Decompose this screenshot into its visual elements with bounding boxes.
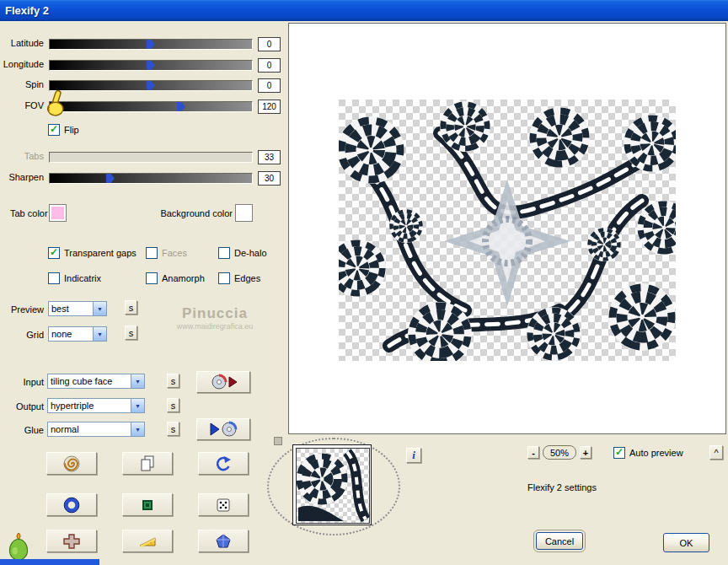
auto-preview-checkbox-box[interactable]: ✓ xyxy=(613,447,625,459)
flip-checkbox-box[interactable]: ✓ xyxy=(48,124,60,136)
chevron-down-icon: ▼ xyxy=(135,379,141,385)
hand-cursor-icon xyxy=(44,89,69,118)
preview-dropdown-value: best xyxy=(49,302,93,315)
preview-dropdown-label: Preview xyxy=(5,304,44,315)
fov-slider[interactable] xyxy=(49,101,253,112)
preview-dropdown-button[interactable]: ▼ xyxy=(93,302,106,315)
transparent-gaps-checkbox[interactable]: ✓ Transparent gaps xyxy=(48,247,136,259)
glue-s-button[interactable]: s xyxy=(167,422,179,436)
anamorph-checkbox[interactable]: Anamorph xyxy=(146,272,205,284)
indicatrix-checkbox[interactable]: Indicatrix xyxy=(48,272,101,284)
chevron-down-icon: ▼ xyxy=(97,306,103,312)
spin-row: Spin 0 xyxy=(0,77,286,94)
gem-button[interactable] xyxy=(198,530,249,552)
faces-checkbox: Faces xyxy=(146,247,187,259)
latitude-slider[interactable] xyxy=(49,39,253,50)
check-icon: ✓ xyxy=(50,248,58,256)
zoom-out-button[interactable]: - xyxy=(527,446,539,459)
output-dropdown-label: Output xyxy=(5,401,44,412)
load-settings-button[interactable] xyxy=(196,371,250,393)
info-button[interactable]: i xyxy=(406,448,421,463)
spin-slider-thumb[interactable] xyxy=(147,81,155,90)
preview-s-button[interactable]: s xyxy=(125,300,137,315)
play-disc-icon xyxy=(206,421,240,438)
input-s-button[interactable]: s xyxy=(167,374,179,388)
preview-dropdown[interactable]: best ▼ xyxy=(48,301,107,316)
zoom-level-button[interactable]: 50% xyxy=(543,445,576,460)
input-dropdown-button[interactable]: ▼ xyxy=(131,374,144,388)
square-button[interactable] xyxy=(122,493,173,516)
tab-color-swatch[interactable] xyxy=(49,204,67,222)
grid-dropdown[interactable]: none ▼ xyxy=(48,326,107,342)
auto-preview-checkbox[interactable]: ✓ Auto preview xyxy=(613,447,683,459)
grid-dropdown-button[interactable]: ▼ xyxy=(93,327,106,341)
grid-dropdown-label: Grid xyxy=(5,330,44,340)
spiral-button[interactable] xyxy=(46,452,97,475)
spin-slider[interactable] xyxy=(49,80,253,91)
dehalo-checkbox-box[interactable] xyxy=(218,247,230,259)
latitude-value[interactable]: 0 xyxy=(258,37,281,51)
glue-dropdown[interactable]: normal ▼ xyxy=(47,422,145,437)
copy-button[interactable] xyxy=(122,452,173,475)
sharpen-slider-thumb[interactable] xyxy=(106,174,115,183)
grid-s-button[interactable]: s xyxy=(125,326,137,340)
input-dropdown[interactable]: tiling cube face ▼ xyxy=(47,374,145,389)
dice-icon xyxy=(213,496,233,514)
tabs-value: 33 xyxy=(258,150,281,164)
fov-value[interactable]: 120 xyxy=(258,100,281,114)
input-dropdown-label: Input xyxy=(5,377,44,387)
edges-checkbox-box[interactable] xyxy=(218,272,230,284)
output-dropdown[interactable]: hypertriple ▼ xyxy=(47,398,145,413)
edges-checkbox[interactable]: Edges xyxy=(218,272,260,284)
anamorph-label: Anamorph xyxy=(162,273,205,283)
latitude-slider-thumb[interactable] xyxy=(147,40,155,49)
cross-button[interactable] xyxy=(46,530,97,552)
longitude-slider-thumb[interactable] xyxy=(147,61,155,70)
ring-icon xyxy=(62,496,82,514)
fov-slider-thumb[interactable] xyxy=(177,102,185,111)
sharpen-slider[interactable] xyxy=(49,173,253,184)
spin-value[interactable]: 0 xyxy=(258,78,281,93)
preview-image xyxy=(339,100,676,361)
longitude-label: Longitude xyxy=(0,59,44,69)
glue-dropdown-button[interactable]: ▼ xyxy=(131,422,144,436)
collapse-button[interactable]: ^ xyxy=(709,445,723,460)
watermark-url: www.maidiregrafica.eu xyxy=(158,322,271,331)
latitude-label: Latitude xyxy=(0,38,44,48)
ok-button[interactable]: OK xyxy=(663,533,709,552)
titlebar[interactable]: Flexify 2 xyxy=(0,0,728,21)
undo-button[interactable] xyxy=(198,452,249,475)
fov-label: FOV xyxy=(0,100,44,110)
settings-thumbnail[interactable] xyxy=(292,444,372,525)
copy-icon xyxy=(137,455,158,473)
cheese-icon xyxy=(137,532,158,551)
cheese-button[interactable] xyxy=(122,530,173,552)
zoom-in-button[interactable]: + xyxy=(580,446,592,459)
random-dice-button[interactable] xyxy=(198,493,249,516)
longitude-slider[interactable] xyxy=(49,60,253,71)
auto-preview-label: Auto preview xyxy=(629,448,683,458)
spiral-icon xyxy=(62,455,82,473)
sharpen-row: Sharpen 30 xyxy=(0,170,286,186)
check-icon: ✓ xyxy=(615,448,624,456)
output-s-button[interactable]: s xyxy=(167,398,179,412)
indicatrix-checkbox-box[interactable] xyxy=(48,272,60,284)
anamorph-checkbox-box[interactable] xyxy=(146,272,158,284)
chevron-down-icon: ▼ xyxy=(97,331,103,337)
cancel-button[interactable]: Cancel xyxy=(536,532,583,550)
tabs-label: Tabs xyxy=(0,151,44,161)
longitude-value[interactable]: 0 xyxy=(258,58,281,73)
latitude-row: Latitude 0 xyxy=(0,35,286,52)
ring-button[interactable] xyxy=(46,493,97,516)
output-dropdown-button[interactable]: ▼ xyxy=(131,399,144,412)
transparent-gaps-checkbox-box[interactable]: ✓ xyxy=(48,247,60,259)
window-title: Flexify 2 xyxy=(0,4,49,17)
thumbnail-handle[interactable] xyxy=(274,437,282,445)
background-color-swatch[interactable] xyxy=(235,204,253,222)
dehalo-checkbox[interactable]: De-halo xyxy=(218,247,267,259)
apply-settings-button[interactable] xyxy=(196,418,250,440)
faces-label: Faces xyxy=(162,248,187,258)
sharpen-value[interactable]: 30 xyxy=(258,171,281,186)
watermark-name: Pinuccia xyxy=(158,305,271,322)
flip-checkbox[interactable]: ✓ Flip xyxy=(48,124,79,136)
